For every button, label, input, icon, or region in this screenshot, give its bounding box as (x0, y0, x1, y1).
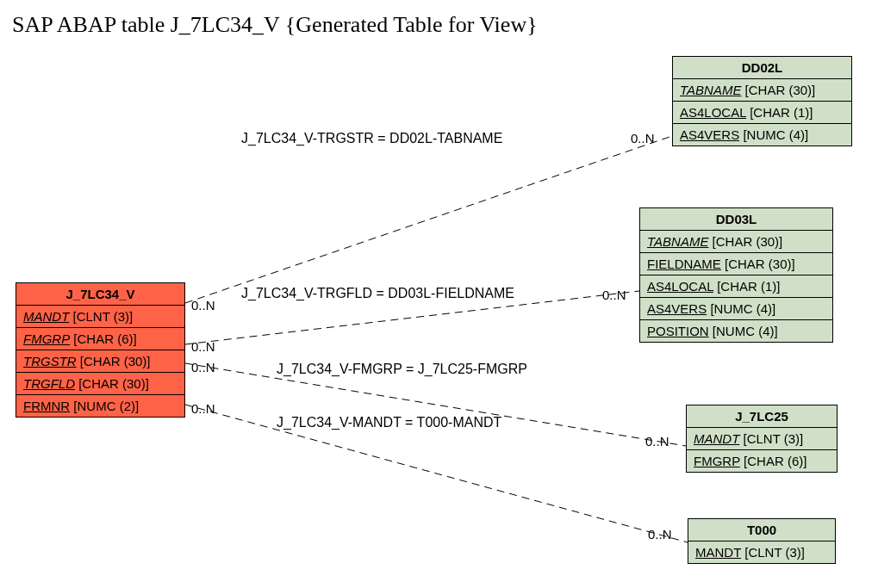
entity-field: FIELDNAME [CHAR (30)] (640, 253, 832, 275)
entity-header: DD02L (673, 57, 851, 79)
entity-dd02l: DD02L TABNAME [CHAR (30)] AS4LOCAL [CHAR… (672, 56, 852, 146)
cardinality: 0..N (191, 339, 215, 354)
entity-j7lc34v: J_7LC34_V MANDT [CLNT (3)] FMGRP [CHAR (… (16, 282, 185, 418)
entity-field: AS4LOCAL [CHAR (1)] (673, 102, 851, 124)
entity-field: AS4VERS [NUMC (4)] (673, 124, 851, 145)
relation-label: J_7LC34_V-FMGRP = J_7LC25-FMGRP (277, 362, 527, 377)
entity-field: TRGFLD [CHAR (30)] (16, 373, 184, 395)
entity-field: AS4VERS [NUMC (4)] (640, 298, 832, 320)
entity-header: J_7LC34_V (16, 283, 184, 306)
entity-field: MANDT [CLNT (3)] (16, 306, 184, 328)
page-title: SAP ABAP table J_7LC34_V {Generated Tabl… (12, 12, 538, 38)
entity-t000: T000 MANDT [CLNT (3)] (688, 518, 836, 564)
entity-dd03l: DD03L TABNAME [CHAR (30)] FIELDNAME [CHA… (639, 207, 833, 343)
entity-field: TABNAME [CHAR (30)] (640, 231, 832, 253)
relation-label: J_7LC34_V-TRGSTR = DD02L-TABNAME (241, 131, 502, 146)
svg-line-0 (185, 136, 672, 303)
entity-field: MANDT [CLNT (3)] (687, 428, 837, 450)
entity-field: TABNAME [CHAR (30)] (673, 79, 851, 102)
entity-field: FMGRP [CHAR (6)] (16, 328, 184, 350)
entity-field: TRGSTR [CHAR (30)] (16, 350, 184, 373)
cardinality: 0..N (191, 360, 215, 374)
entity-j7lc25: J_7LC25 MANDT [CLNT (3)] FMGRP [CHAR (6)… (686, 405, 838, 473)
entity-header: DD03L (640, 208, 832, 231)
cardinality: 0..N (631, 131, 655, 145)
cardinality: 0..N (645, 434, 669, 449)
entity-field: FMGRP [CHAR (6)] (687, 450, 837, 472)
entity-header: T000 (688, 519, 835, 542)
entity-header: J_7LC25 (687, 405, 837, 428)
cardinality: 0..N (191, 401, 215, 416)
entity-field: FRMNR [NUMC (2)] (16, 395, 184, 417)
entity-field: POSITION [NUMC (4)] (640, 320, 832, 342)
entity-field: MANDT [CLNT (3)] (688, 542, 835, 563)
cardinality: 0..N (648, 527, 672, 542)
relation-label: J_7LC34_V-TRGFLD = DD03L-FIELDNAME (241, 286, 514, 301)
cardinality: 0..N (602, 288, 626, 302)
entity-field: AS4LOCAL [CHAR (1)] (640, 275, 832, 298)
relation-label: J_7LC34_V-MANDT = T000-MANDT (277, 415, 501, 430)
cardinality: 0..N (191, 298, 215, 313)
